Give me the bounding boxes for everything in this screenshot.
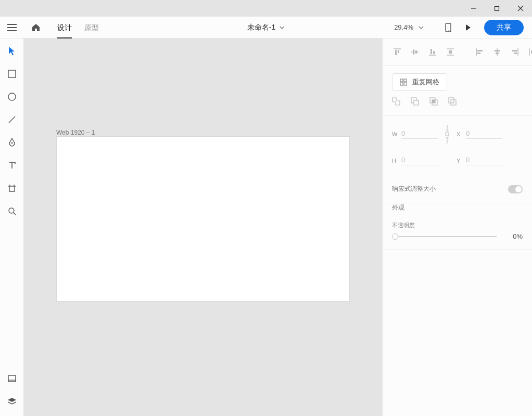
artboard[interactable]	[56, 136, 350, 302]
canvas[interactable]: Web 1920 – 1	[24, 38, 382, 416]
app-topbar: 设计 原型 未命名-1 29.4% 共享	[0, 17, 532, 38]
ellipse-tool[interactable]	[7, 92, 17, 102]
align-left-icon[interactable]	[474, 47, 485, 57]
topbar-right-group: 29.4% 共享	[394, 20, 532, 35]
align-row	[392, 38, 523, 66]
lock-aspect-icon[interactable]	[438, 124, 457, 145]
svg-rect-34	[496, 53, 499, 54]
tool-sidebar	[0, 38, 24, 416]
mode-tabs: 设计 原型	[51, 17, 105, 38]
svg-rect-24	[430, 49, 432, 54]
svg-point-8	[448, 30, 449, 31]
svg-line-14	[14, 213, 16, 215]
responsive-resize-toggle[interactable]	[508, 185, 523, 193]
svg-rect-36	[512, 50, 517, 51]
svg-rect-30	[477, 50, 483, 51]
tab-design[interactable]: 设计	[51, 17, 78, 38]
x-label: X	[457, 131, 466, 137]
repeat-grid-label: 重复网格	[412, 77, 439, 87]
zoom-tool[interactable]	[7, 206, 17, 216]
svg-rect-21	[413, 49, 414, 55]
responsive-resize-row: 响应式调整大小	[383, 175, 532, 203]
document-title-dropdown[interactable]: 未命名-1	[247, 23, 285, 32]
x-input[interactable]: 0	[466, 129, 502, 139]
align-vcenter-icon[interactable]	[410, 47, 420, 57]
svg-rect-44	[404, 83, 407, 85]
tab-prototype[interactable]: 原型	[78, 17, 105, 38]
boolean-ops-row	[392, 97, 523, 108]
svg-rect-46	[414, 100, 419, 105]
svg-rect-41	[400, 79, 403, 82]
workspace: Web 1920 – 1	[0, 38, 532, 416]
line-tool[interactable]	[7, 114, 17, 125]
text-tool[interactable]	[7, 160, 17, 171]
svg-rect-37	[514, 53, 517, 54]
exclude-icon[interactable]	[448, 97, 459, 108]
y-label: Y	[457, 158, 466, 164]
rectangle-tool[interactable]	[7, 69, 17, 79]
align-right-icon[interactable]	[510, 47, 520, 57]
svg-point-13	[9, 208, 14, 213]
svg-rect-31	[477, 53, 480, 54]
svg-rect-15	[8, 375, 16, 382]
slider-thumb[interactable]	[392, 233, 398, 240]
select-tool[interactable]	[7, 46, 17, 56]
assets-panel-button[interactable]	[7, 373, 17, 384]
responsive-resize-label: 响应式调整大小	[392, 185, 436, 193]
intersect-icon[interactable]	[429, 97, 440, 108]
align-bottom-icon[interactable]	[427, 47, 438, 57]
window-titlebar	[0, 0, 532, 17]
svg-rect-18	[395, 50, 397, 55]
svg-rect-51	[451, 100, 456, 105]
window-minimize-button[interactable]	[462, 0, 485, 17]
union-icon[interactable]	[392, 97, 402, 108]
y-input[interactable]: 0	[466, 156, 502, 165]
svg-rect-1	[495, 6, 499, 10]
subtract-icon[interactable]	[411, 97, 421, 108]
svg-point-12	[11, 142, 12, 144]
repeat-grid-button[interactable]: 重复网格	[392, 73, 447, 91]
distribute-horizontal-icon[interactable]	[527, 47, 532, 57]
svg-rect-9	[8, 70, 16, 77]
svg-rect-19	[398, 50, 399, 53]
align-hcenter-icon[interactable]	[492, 47, 502, 57]
svg-point-10	[8, 93, 16, 100]
zoom-dropdown[interactable]: 29.4%	[394, 23, 424, 31]
distribute-vertical-icon[interactable]	[445, 47, 455, 57]
share-button[interactable]: 共享	[484, 20, 524, 35]
svg-rect-33	[495, 50, 500, 51]
home-button[interactable]	[24, 23, 48, 32]
appearance-title: 外观	[392, 203, 523, 212]
svg-rect-22	[415, 50, 417, 54]
align-top-icon[interactable]	[392, 47, 402, 57]
height-label: H	[392, 158, 401, 164]
zoom-value: 29.4%	[394, 23, 413, 31]
hamburger-menu-button[interactable]	[0, 24, 24, 31]
transform-section: W 0 X 0 H 0 Y 0	[383, 115, 532, 175]
play-preview-button[interactable]	[458, 24, 478, 31]
window-maximize-button[interactable]	[485, 0, 509, 17]
opacity-slider[interactable]	[392, 236, 497, 237]
artboard-label[interactable]: Web 1920 – 1	[56, 129, 95, 136]
properties-panel: 重复网格 W 0 X 0 H 0	[382, 38, 532, 416]
svg-line-11	[9, 116, 15, 123]
artboard-tool[interactable]	[7, 183, 17, 193]
svg-rect-49	[432, 100, 435, 103]
svg-rect-42	[404, 79, 407, 82]
svg-rect-28	[449, 50, 452, 54]
device-preview-button[interactable]	[438, 23, 458, 32]
width-label: W	[392, 131, 401, 137]
svg-rect-25	[433, 51, 435, 54]
window-close-button[interactable]	[509, 0, 532, 17]
svg-rect-43	[400, 83, 403, 85]
height-input[interactable]: 0	[401, 156, 438, 165]
document-title: 未命名-1	[247, 23, 275, 32]
width-input[interactable]: 0	[401, 129, 438, 139]
pen-tool[interactable]	[7, 137, 17, 148]
opacity-value[interactable]: 0%	[504, 232, 523, 240]
opacity-label: 不透明度	[392, 222, 523, 229]
grid-icon	[400, 79, 407, 86]
layers-panel-button[interactable]	[7, 396, 17, 407]
svg-rect-52	[446, 133, 449, 136]
chevron-down-icon	[280, 25, 285, 30]
